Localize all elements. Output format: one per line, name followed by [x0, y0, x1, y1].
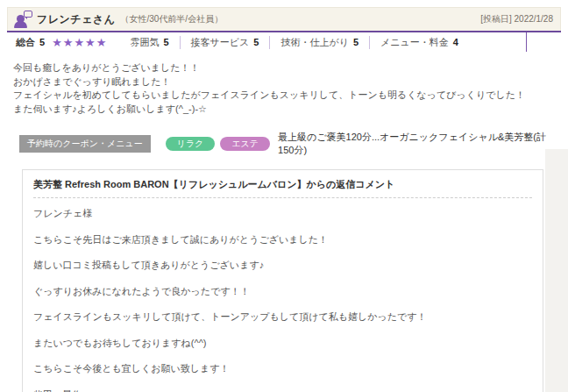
review-text-line: 今回も癒しをありがとうございました！！: [13, 61, 561, 75]
reviewer-profile: （女性/30代前半/会社員）: [120, 13, 223, 25]
reply-text-line: またいつでもお待ちしておりますね(^^): [33, 338, 532, 349]
reply-signature: 柴田 晃作: [33, 389, 532, 392]
rating-item-skill: 技術・仕上がり 5: [269, 36, 369, 49]
reviewer-avatar-icon: [13, 11, 33, 28]
reply-text-line: こちらこそ先日はご来店頂きまして誠にありがとうございました！: [33, 234, 532, 246]
reply-text-line: フェイスラインもスッキリして頂けて、トーンアップもして頂けて私も嬉しかったです！: [33, 311, 532, 323]
reviewer-name: フレンチェさん: [37, 12, 115, 27]
coupon-row: 予約時のクーポン・メニュー リラク エステ 最上級のご褒美120分...オーガニ…: [19, 131, 561, 157]
coupon-menu-text: 最上級のご褒美120分...オーガニックフェイシャル&美芳整(計150分): [278, 131, 561, 157]
review-text-line: おかげさまでぐっすり眠れました！: [13, 75, 561, 89]
dashed-divider: [33, 197, 532, 198]
reply-text-line: ぐっすりお休みになれたようで良かったです！！: [33, 286, 532, 297]
review-text-line: フェイシャルを初めてしてもらいましたがフェイスラインもスッキリして、トーンも明る…: [13, 89, 561, 103]
coupon-menu-label: 予約時のクーポン・メニュー: [19, 135, 151, 153]
reply-text-line: フレンチェ様: [33, 208, 532, 219]
post-date: [投稿日] 2022/1/28: [480, 13, 553, 25]
rating-item-atmosphere: 雰囲気 5: [119, 36, 179, 49]
rating-overall-value: 5: [39, 37, 45, 47]
tag-este-badge: エステ: [220, 137, 270, 151]
page-background-gutter: [545, 149, 568, 392]
rating-overall-label: 総合: [16, 36, 35, 49]
review-text-line: また伺います♪よろしくお願いします(^_-)-☆: [13, 103, 561, 117]
ratings-bar: 総合 5 ★★★★★ 雰囲気 5 接客サービス 5 技術・仕上がり 5 メニュー…: [7, 32, 527, 52]
rating-item-menu-price: メニュー・料金 4: [369, 36, 469, 49]
rating-item-service: 接客サービス 5: [180, 36, 270, 49]
reviewer-header: フレンチェさん （女性/30代前半/会社員） [投稿日] 2022/1/28: [7, 7, 561, 31]
reply-text-line: こちらこそ今後とも宜しくお願い致します！: [33, 363, 532, 374]
tag-relax-badge: リラク: [166, 137, 216, 151]
reply-title: 美芳整 Refresh Room BARON【リフレッシュルームバロン】からの返…: [33, 178, 532, 191]
review-body: 今回も癒しをありがとうございました！！ おかげさまでぐっすり眠れました！ フェイ…: [7, 52, 561, 392]
star-rating-icon: ★★★★★: [52, 37, 107, 48]
salon-reply-box: 美芳整 Refresh Room BARON【リフレッシュルームバロン】からの返…: [22, 169, 543, 392]
reply-text-line: 嬉しい口コミ投稿もして頂きありがとうございます♪: [33, 260, 532, 271]
review-module: フレンチェさん （女性/30代前半/会社員） [投稿日] 2022/1/28 総…: [7, 7, 561, 392]
